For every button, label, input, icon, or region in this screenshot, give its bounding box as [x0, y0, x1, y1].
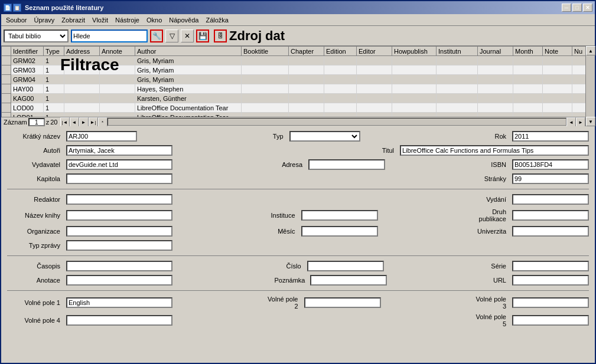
volne-pole3-input[interactable]	[512, 297, 589, 308]
header-chapter[interactable]: Chapter	[289, 47, 324, 56]
druh-pub-input[interactable]	[512, 210, 589, 221]
maximize-button[interactable]: □	[572, 4, 582, 12]
organizace-label: Organizace	[7, 228, 60, 235]
wrench-button[interactable]: 🔧	[150, 29, 163, 42]
prev-record-button[interactable]: ◄	[70, 117, 79, 126]
next-record-button[interactable]: ►	[79, 117, 89, 126]
header-howpublish[interactable]: Howpublish	[392, 47, 437, 56]
header-type[interactable]: Type	[44, 47, 64, 56]
header-annote[interactable]: Annote	[100, 47, 135, 56]
menu-zobrazit[interactable]: Zobrazit	[58, 15, 89, 25]
table-row[interactable]: GRM041Gris, Myriam	[2, 75, 586, 84]
header-journal[interactable]: Journal	[478, 47, 513, 56]
isbn-input[interactable]	[512, 159, 589, 170]
vydani-input[interactable]	[512, 194, 589, 205]
typ-select[interactable]	[289, 131, 360, 142]
header-month[interactable]: Month	[513, 47, 543, 56]
menu-zalozka[interactable]: Záložka	[202, 15, 232, 25]
volne-pole1-input[interactable]	[66, 297, 172, 308]
typ-zpravy-input[interactable]	[66, 240, 172, 251]
scroll-track[interactable]	[586, 55, 595, 117]
volne-pole2-label: Volné pole 2	[263, 296, 298, 310]
z-label: z	[46, 119, 50, 126]
vydavatel-input[interactable]	[66, 159, 172, 170]
header-identifier[interactable]: Identifier	[11, 47, 44, 56]
table-row[interactable]: HAY001Hayes, Stephen	[2, 84, 586, 94]
menu-napoveda[interactable]: Nápověda	[165, 15, 202, 25]
current-record-input[interactable]	[28, 118, 45, 126]
form-row-6: Název knihy Instituce Druh publikace	[7, 208, 589, 222]
close-button[interactable]: ✕	[583, 4, 592, 12]
volne-pole2-input[interactable]	[304, 297, 381, 308]
nazev-knihy-input[interactable]	[66, 210, 172, 221]
instituce-label: Instituce	[266, 212, 295, 219]
filter-button[interactable]: ▽	[165, 29, 178, 42]
scroll-right-button[interactable]: ►	[576, 117, 585, 126]
menu-soubor[interactable]: Soubor	[2, 15, 30, 25]
table-row[interactable]: GRM021Gris, Myriam	[2, 56, 586, 65]
clear-filter-button[interactable]: ✕	[181, 29, 194, 42]
kapitola-input[interactable]	[66, 173, 172, 184]
adresa-input[interactable]	[308, 159, 385, 170]
table-row[interactable]: LOD011LibreOffice Documentation Tear	[2, 113, 586, 117]
form-divider-1	[7, 189, 589, 189]
new-record-button[interactable]: *	[98, 117, 108, 126]
header-edition[interactable]: Edition	[324, 47, 357, 56]
organizace-input[interactable]	[66, 226, 172, 237]
first-record-button[interactable]: |◄	[60, 117, 70, 126]
url-input[interactable]	[512, 275, 589, 286]
scroll-down-button[interactable]: ▼	[586, 117, 595, 126]
table-selector[interactable]: Tabul biblio	[4, 29, 69, 42]
rok-label: Rok	[488, 133, 506, 140]
form-row-2: Autoři Titul	[7, 145, 589, 156]
table-row[interactable]: GRM031Gris, Myriam	[2, 65, 586, 75]
main-window: 📄 📋 Seznam použité literatury ─ □ ✕ Soub…	[0, 0, 596, 364]
casopis-label: Časopis	[7, 263, 60, 270]
vydani-label: Vydání	[477, 196, 506, 203]
autori-input[interactable]	[66, 145, 172, 156]
last-record-button[interactable]: ►|	[89, 117, 98, 126]
poznamka-input[interactable]	[310, 275, 387, 286]
titul-input[interactable]	[400, 145, 589, 156]
mesic-input[interactable]	[301, 226, 378, 237]
h-scrollbar[interactable]	[108, 118, 567, 126]
v-scrollbar[interactable]: ▲ ▼	[585, 46, 595, 126]
minimize-button[interactable]: ─	[562, 4, 571, 12]
serie-input[interactable]	[512, 261, 589, 271]
serie-label: Série	[483, 263, 506, 270]
univerzita-input[interactable]	[512, 226, 589, 237]
volne-pole4-input[interactable]	[66, 315, 172, 326]
cislo-input[interactable]	[307, 261, 384, 271]
header-address[interactable]: Address	[64, 47, 100, 56]
scroll-up-button[interactable]: ▲	[586, 46, 595, 55]
form-row-9: Časopis Číslo Série	[7, 261, 589, 271]
rok-input[interactable]	[512, 131, 589, 142]
table-row[interactable]: LOD001LibreOffice Documentation Tear	[2, 103, 586, 113]
menu-vlozit[interactable]: Vložit	[89, 15, 112, 25]
header-nu[interactable]: Nu	[572, 47, 586, 56]
volne-pole3-label: Volné pole 3	[471, 296, 506, 310]
volne-pole5-input[interactable]	[512, 315, 589, 326]
kratky-nazev-input[interactable]	[66, 131, 137, 142]
stranky-input[interactable]	[512, 173, 589, 184]
menu-upravy[interactable]: Úpravy	[30, 15, 58, 25]
app-icon1: 📄	[4, 4, 12, 12]
zdroj-icon[interactable]: 🗄	[214, 29, 227, 42]
header-institutn[interactable]: Institutn	[437, 47, 478, 56]
anotace-input[interactable]	[66, 275, 172, 286]
table-header-row: Identifier Type Address Annote Author Bo…	[2, 47, 586, 56]
menu-okno[interactable]: Okno	[143, 15, 165, 25]
search-input[interactable]	[71, 29, 148, 42]
instituce-input[interactable]	[301, 210, 378, 221]
form-row-1: Krátký název Typ Rok	[7, 131, 589, 142]
table-row[interactable]: KAG001Karsten, Günther	[2, 94, 586, 103]
header-author[interactable]: Author	[135, 47, 242, 56]
redaktor-input[interactable]	[66, 194, 172, 205]
scroll-left-button[interactable]: ◄	[566, 117, 576, 126]
header-editor[interactable]: Editor	[357, 47, 392, 56]
menu-nastroje[interactable]: Nástroje	[112, 15, 143, 25]
header-booktitle[interactable]: Booktitle	[242, 47, 289, 56]
casopis-input[interactable]	[66, 261, 172, 271]
save-button[interactable]: 💾	[196, 29, 209, 42]
header-note[interactable]: Note	[543, 47, 572, 56]
